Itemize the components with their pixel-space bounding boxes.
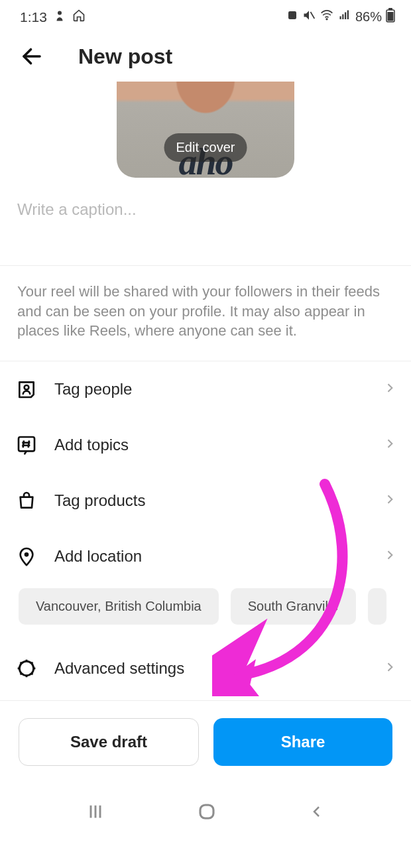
svg-rect-5 (342, 15, 343, 20)
tag-products-label: Tag products (54, 491, 383, 510)
location-chip[interactable]: South Granville (231, 588, 356, 625)
location-chip[interactable]: Vancouver, British Columbia (19, 588, 219, 625)
android-navbar (0, 783, 411, 839)
page-title: New post (78, 44, 172, 69)
advanced-settings-label: Advanced settings (54, 659, 383, 678)
location-icon (15, 544, 38, 568)
add-topics-row[interactable]: Add topics (0, 417, 411, 473)
svg-rect-13 (19, 437, 34, 451)
cover-preview[interactable]: aho Edit cover (117, 82, 294, 178)
svg-point-18 (25, 553, 28, 556)
svg-point-20 (23, 665, 29, 671)
edit-cover-button[interactable]: Edit cover (164, 133, 247, 162)
tag-products-row[interactable]: Tag products (0, 473, 411, 528)
header: New post (0, 31, 411, 82)
gear-icon (15, 656, 38, 680)
tag-people-row[interactable]: Tag people (0, 361, 411, 417)
add-location-label: Add location (54, 547, 383, 566)
recents-button[interactable] (86, 802, 105, 824)
chevron-right-icon (383, 660, 396, 676)
wifi-icon (320, 9, 334, 25)
footer-buttons: Save draft Share (0, 701, 411, 783)
hash-icon (15, 433, 38, 457)
svg-line-14 (23, 440, 24, 448)
chevron-right-icon (383, 548, 396, 564)
svg-rect-10 (388, 12, 394, 21)
svg-rect-7 (347, 11, 349, 20)
status-time: 1:13 (20, 9, 47, 25)
signal-icon (338, 9, 351, 25)
home-icon (72, 9, 86, 25)
add-location-row[interactable]: Add location (0, 528, 411, 584)
person-tag-icon (15, 377, 38, 401)
chevron-right-icon (383, 381, 396, 397)
bag-icon (15, 489, 38, 513)
svg-line-2 (310, 12, 314, 19)
location-suggestions: Vancouver, British Columbia South Granvi… (0, 584, 411, 641)
battery-percent: 86% (355, 9, 382, 25)
back-nav-button[interactable] (309, 804, 325, 822)
chevron-right-icon (383, 437, 396, 453)
svg-rect-24 (200, 805, 213, 818)
svg-point-12 (25, 385, 29, 390)
svg-rect-4 (339, 17, 341, 20)
status-bar: 1:13 86% (0, 0, 411, 31)
save-draft-button[interactable]: Save draft (19, 718, 199, 766)
tag-people-label: Tag people (54, 380, 383, 399)
back-button[interactable] (19, 43, 45, 70)
svg-line-15 (29, 440, 29, 448)
share-button[interactable]: Share (213, 718, 392, 766)
chevron-right-icon (383, 493, 396, 509)
svg-point-3 (326, 19, 327, 20)
app-icon (54, 9, 66, 25)
add-topics-label: Add topics (54, 436, 383, 454)
mute-icon (302, 9, 316, 25)
svg-rect-1 (288, 11, 296, 19)
reel-info-text: Your reel will be shared with your follo… (0, 266, 411, 361)
advanced-settings-row[interactable]: Advanced settings (0, 641, 411, 696)
recycle-icon (286, 9, 298, 25)
svg-point-0 (58, 11, 62, 15)
home-button[interactable] (197, 802, 217, 824)
location-chip-more[interactable] (368, 588, 386, 625)
caption-input[interactable]: Write a caption... (0, 178, 411, 266)
svg-rect-6 (345, 13, 346, 20)
battery-icon (386, 8, 395, 26)
